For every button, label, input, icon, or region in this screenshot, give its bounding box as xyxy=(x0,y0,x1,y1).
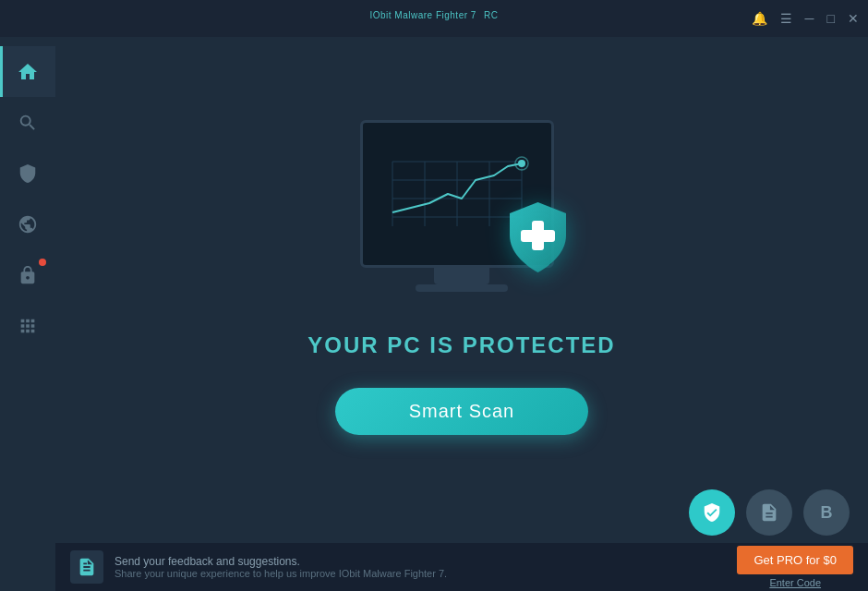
sidebar-item-home[interactable] xyxy=(0,46,55,97)
maximize-icon[interactable]: □ xyxy=(827,11,835,26)
user-action-button[interactable]: B xyxy=(803,489,850,536)
footer-text: Send your feedback and suggestions. Shar… xyxy=(115,555,726,579)
sidebar-item-scan[interactable] xyxy=(0,97,55,148)
app-title: IObit Malware Fighter 7 RC xyxy=(369,10,498,26)
minimize-icon[interactable]: ─ xyxy=(805,11,814,26)
feedback-title: Send your feedback and suggestions. xyxy=(115,555,726,568)
titlebar: IObit Malware Fighter 7 RC 🔔 ☰ ─ □ ✕ xyxy=(0,0,868,37)
shield-svg xyxy=(503,199,573,277)
menu-icon[interactable]: ☰ xyxy=(780,11,792,26)
home-icon xyxy=(17,61,39,83)
tools-icon xyxy=(18,316,38,336)
footer: Send your feedback and suggestions. Shar… xyxy=(55,543,868,591)
main-content: YOUR PC IS PROTECTED Smart Scan xyxy=(55,37,868,554)
get-pro-button[interactable]: Get PRO for $0 xyxy=(737,546,853,574)
scan-icon xyxy=(18,113,38,133)
bottom-actions: B xyxy=(689,489,850,536)
sidebar-item-guard[interactable] xyxy=(0,249,55,300)
footer-right: Get PRO for $0 Enter Code xyxy=(737,546,853,588)
shield-action-icon xyxy=(702,502,722,523)
report-icon xyxy=(759,502,779,523)
sidebar-item-protection[interactable] xyxy=(0,148,55,199)
report-action-button[interactable] xyxy=(746,489,792,536)
svg-rect-12 xyxy=(521,230,555,242)
version-badge: RC xyxy=(484,10,498,20)
sidebar-item-network[interactable] xyxy=(0,199,55,249)
monitor-stand xyxy=(434,268,489,284)
close-icon[interactable]: ✕ xyxy=(848,11,859,26)
feedback-subtitle: Share your unique experience to help us … xyxy=(115,568,726,579)
feedback-doc-icon xyxy=(77,557,97,577)
protected-text: YOUR PC IS PROTECTED xyxy=(307,332,615,358)
sidebar xyxy=(0,37,55,591)
shield-action-button[interactable] xyxy=(689,489,735,536)
network-icon xyxy=(18,214,38,235)
shield-overlay xyxy=(503,199,573,277)
guard-badge xyxy=(39,259,46,266)
title-text: IObit Malware Fighter 7 xyxy=(369,10,476,20)
sidebar-item-tools[interactable] xyxy=(0,300,55,351)
guard-icon xyxy=(18,265,38,285)
monitor-base xyxy=(416,284,508,292)
enter-code-link[interactable]: Enter Code xyxy=(769,577,821,588)
notification-icon[interactable]: 🔔 xyxy=(752,11,767,26)
monitor-illustration xyxy=(360,120,563,305)
feedback-icon xyxy=(70,550,103,584)
svg-point-9 xyxy=(518,160,525,167)
window-controls: 🔔 ☰ ─ □ ✕ xyxy=(752,0,859,37)
protection-icon xyxy=(18,163,38,184)
smart-scan-button[interactable]: Smart Scan xyxy=(335,388,588,435)
